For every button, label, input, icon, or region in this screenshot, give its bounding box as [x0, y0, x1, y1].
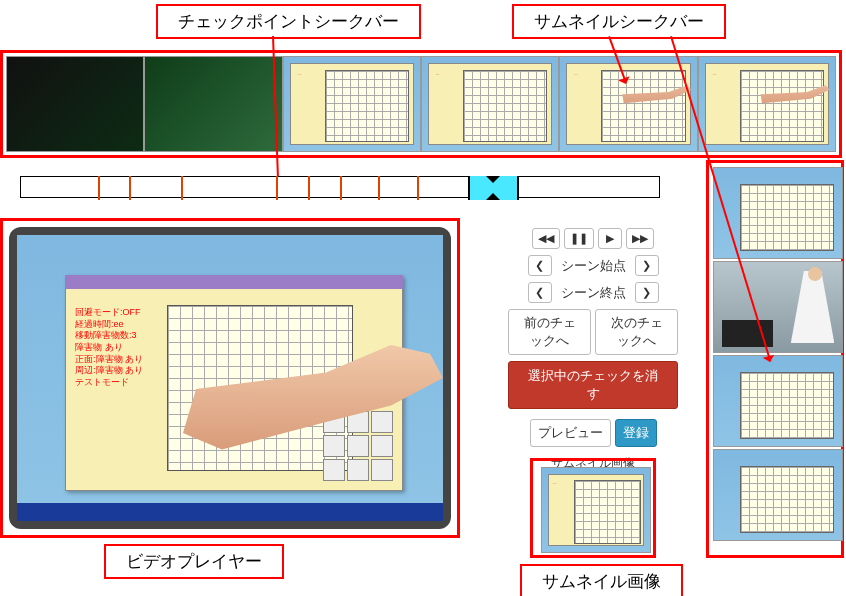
thumbnail-seekbar-region: … … … …: [0, 50, 842, 158]
scene-end-label: シーン終点: [555, 284, 632, 302]
delete-check-button[interactable]: 選択中のチェックを消す: [508, 361, 678, 409]
thumbnail-frame[interactable]: [713, 449, 843, 541]
fast-forward-button[interactable]: ▶▶: [626, 228, 654, 249]
thumbnail-frame[interactable]: [144, 56, 282, 152]
thumbnail-frame[interactable]: …: [421, 56, 559, 152]
thumbnail-frame[interactable]: [713, 355, 843, 447]
thumbnail-frame[interactable]: [713, 261, 843, 353]
rewind-button[interactable]: ◀◀: [532, 228, 560, 249]
overlay-text: 回避モード:OFF 経過時間:ee 移動障害物数:3 障害物 あり 正面:障害物…: [75, 307, 143, 389]
ffwd-icon: ▶▶: [632, 232, 648, 244]
label-checkpoint-seekbar: チェックポイントシークバー: [156, 4, 421, 39]
pause-icon: ❚❚: [570, 232, 588, 244]
chevron-left-icon: ❮: [535, 286, 544, 298]
prev-check-button[interactable]: 前のチェックへ: [508, 309, 591, 355]
chevron-right-icon: ❯: [642, 286, 651, 298]
thumbnail-frame[interactable]: …: [283, 56, 421, 152]
chevron-right-icon: ❯: [642, 259, 651, 271]
thumbnail-frame[interactable]: …: [559, 56, 697, 152]
thumbnail-image-region: …: [530, 458, 656, 558]
label-video-player: ビデオプレイヤー: [104, 544, 284, 579]
video-player[interactable]: 回避モード:OFF 経過時間:ee 移動障害物数:3 障害物 あり 正面:障害物…: [9, 227, 451, 529]
label-thumbnail-image: サムネイル画像: [520, 564, 683, 596]
video-player-region: 回避モード:OFF 経過時間:ee 移動障害物数:3 障害物 あり 正面:障害物…: [0, 218, 460, 538]
label-thumbnail-seekbar: サムネイルシークバー: [512, 4, 726, 39]
thumbnail-frame[interactable]: [713, 167, 843, 259]
thumbnail-frame[interactable]: [6, 56, 144, 152]
preview-button[interactable]: プレビュー: [530, 419, 611, 447]
scene-end-prev-button[interactable]: ❮: [528, 282, 552, 303]
selected-thumbnail[interactable]: …: [541, 467, 651, 553]
scene-start-label: シーン始点: [555, 257, 632, 275]
play-icon: ▶: [606, 232, 614, 244]
checkpoint-seekbar[interactable]: [20, 176, 660, 198]
rewind-icon: ◀◀: [538, 232, 554, 244]
scene-start-next-button[interactable]: ❯: [635, 255, 659, 276]
thumbnail-frame[interactable]: …: [698, 56, 836, 152]
register-button[interactable]: 登録: [615, 419, 657, 447]
play-button[interactable]: ▶: [598, 228, 622, 249]
chevron-left-icon: ❮: [535, 259, 544, 271]
scene-end-next-button[interactable]: ❯: [635, 282, 659, 303]
checkpoint-current-marker[interactable]: [468, 176, 519, 200]
scene-start-prev-button[interactable]: ❮: [528, 255, 552, 276]
next-check-button[interactable]: 次のチェックへ: [595, 309, 678, 355]
pause-button[interactable]: ❚❚: [564, 228, 594, 249]
